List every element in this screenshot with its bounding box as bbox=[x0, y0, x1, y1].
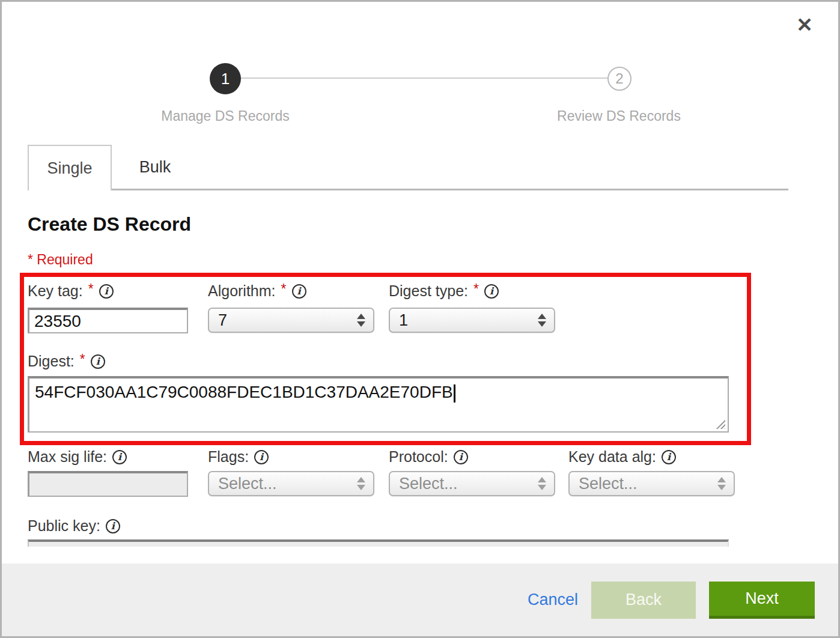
resize-handle[interactable] bbox=[715, 419, 725, 429]
select-spinner-icon bbox=[538, 314, 546, 327]
info-icon[interactable]: i bbox=[292, 284, 306, 299]
digest-value: 54FCF030AA1C79C0088FDEC1BD1C37DAA2E70DFB bbox=[35, 383, 453, 401]
back-button[interactable]: Back bbox=[591, 582, 696, 619]
protocol-label: Protocol: i bbox=[389, 448, 468, 466]
flags-select-value: Select... bbox=[218, 475, 277, 493]
info-icon[interactable]: i bbox=[112, 450, 127, 464]
stepper-connector-line bbox=[241, 77, 607, 79]
select-spinner-icon bbox=[357, 477, 365, 490]
tab-bulk[interactable]: Bulk bbox=[112, 145, 198, 189]
select-spinner-icon bbox=[717, 477, 726, 490]
algorithm-label-text: Algorithm: bbox=[208, 282, 276, 300]
digest-type-select[interactable]: 1 bbox=[389, 308, 555, 333]
key-tag-required-star: * bbox=[88, 281, 94, 297]
next-button[interactable]: Next bbox=[709, 582, 815, 619]
select-spinner-icon bbox=[357, 314, 365, 327]
select-spinner-icon bbox=[538, 477, 546, 490]
flags-label: Flags: i bbox=[208, 448, 269, 466]
tab-single[interactable]: Single bbox=[28, 145, 112, 190]
info-icon[interactable]: i bbox=[484, 284, 499, 299]
protocol-select-value: Select... bbox=[399, 475, 458, 493]
algorithm-select[interactable]: 7 bbox=[208, 308, 374, 333]
step-1-circle: 1 bbox=[210, 63, 241, 94]
info-icon[interactable]: i bbox=[99, 284, 114, 299]
digest-type-required-star: * bbox=[473, 281, 479, 297]
info-icon[interactable]: i bbox=[106, 519, 120, 533]
key-tag-input[interactable] bbox=[28, 308, 188, 333]
close-icon[interactable]: ✕ bbox=[796, 15, 813, 35]
algorithm-label: Algorithm: * i bbox=[208, 282, 306, 300]
algorithm-required-star: * bbox=[281, 281, 287, 297]
max-sig-life-label-text: Max sig life: bbox=[28, 448, 107, 466]
modal-footer: Cancel Back Next bbox=[2, 564, 838, 636]
public-key-label: Public key: i bbox=[28, 517, 120, 535]
step-1-label: Manage DS Records bbox=[129, 108, 321, 124]
info-icon[interactable]: i bbox=[254, 450, 269, 464]
digest-textarea[interactable]: 54FCF030AA1C79C0088FDEC1BD1C37DAA2E70DFB bbox=[28, 376, 729, 433]
text-caret bbox=[454, 384, 455, 403]
key-data-alg-label-text: Key data alg: bbox=[568, 448, 656, 466]
public-key-label-text: Public key: bbox=[28, 517, 100, 535]
create-ds-record-modal: ✕ 1 2 Manage DS Records Review DS Record… bbox=[0, 0, 840, 638]
digest-label-text: Digest: bbox=[28, 353, 75, 370]
info-icon[interactable]: i bbox=[662, 450, 676, 464]
digest-type-label-text: Digest type: bbox=[389, 282, 468, 300]
key-tag-label: Key tag: * i bbox=[28, 282, 114, 300]
digest-type-select-value: 1 bbox=[399, 311, 408, 330]
protocol-label-text: Protocol: bbox=[389, 448, 448, 466]
key-tag-label-text: Key tag: bbox=[28, 282, 83, 300]
flags-select[interactable]: Select... bbox=[208, 471, 374, 496]
digest-type-label: Digest type: * i bbox=[389, 282, 499, 300]
key-data-alg-select-value: Select... bbox=[579, 475, 638, 493]
cancel-link[interactable]: Cancel bbox=[528, 591, 578, 609]
step-2-label: Review DS Records bbox=[523, 108, 715, 124]
algorithm-select-value: 7 bbox=[218, 311, 227, 330]
tab-underline bbox=[112, 189, 788, 190]
digest-label: Digest: * i bbox=[28, 353, 105, 370]
protocol-select[interactable]: Select... bbox=[389, 471, 555, 496]
digest-required-star: * bbox=[80, 351, 85, 368]
key-data-alg-select[interactable]: Select... bbox=[568, 471, 735, 496]
info-icon[interactable]: i bbox=[91, 354, 105, 369]
key-data-alg-label: Key data alg: i bbox=[568, 448, 676, 466]
flags-label-text: Flags: bbox=[208, 448, 249, 466]
step-2-circle: 2 bbox=[607, 67, 632, 91]
max-sig-life-input[interactable] bbox=[28, 471, 188, 497]
page-title: Create DS Record bbox=[28, 213, 191, 235]
max-sig-life-label: Max sig life: i bbox=[28, 448, 127, 466]
required-note: * Required bbox=[28, 252, 93, 268]
info-icon[interactable]: i bbox=[454, 450, 468, 464]
public-key-textarea[interactable] bbox=[28, 539, 729, 547]
